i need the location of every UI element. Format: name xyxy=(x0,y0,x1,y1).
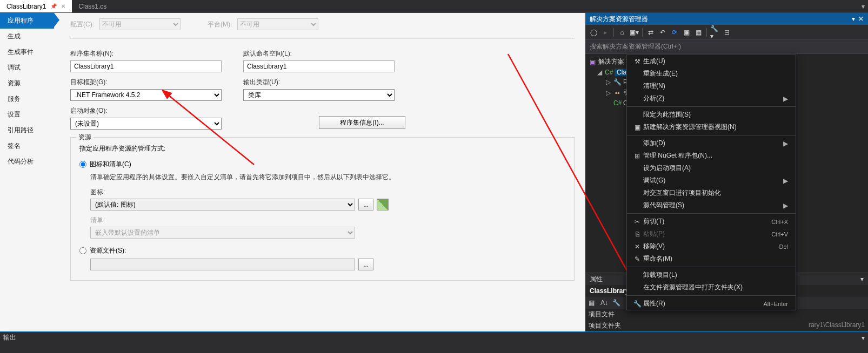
property-key: 项目文件夹 xyxy=(589,321,621,330)
resources-intro: 指定应用程序资源的管理方式: xyxy=(79,144,565,153)
solution-explorer-toolbar: ◯ ▸ ⌂ ▣▾ ⇄ ↶ ⟳ ▣ ▦ 🔧▾ ⊟ xyxy=(585,25,868,40)
assembly-name-input[interactable] xyxy=(70,60,222,72)
nav-resources[interactable]: 资源 xyxy=(0,76,54,91)
refresh-icon[interactable]: ⟳ xyxy=(670,28,679,37)
menu-item[interactable]: 重新生成(E) xyxy=(627,67,796,80)
menu-label: 分析(Z) xyxy=(643,94,783,103)
menu-label: 添加(D) xyxy=(643,139,783,148)
menu-item[interactable]: ⚒生成(U) xyxy=(627,55,796,67)
platform-label: 平台(M): xyxy=(208,20,232,29)
target-framework-label: 目标框架(G): xyxy=(70,78,232,87)
output-type-select[interactable]: 类库 xyxy=(243,89,395,101)
assembly-name-label: 程序集名称(N): xyxy=(70,49,232,58)
menu-item[interactable]: 添加(D)▶ xyxy=(627,137,796,150)
nav-application[interactable]: 应用程序 xyxy=(0,13,54,29)
nav-debug[interactable]: 调试 xyxy=(0,60,54,76)
icon-browse-button[interactable]: ... xyxy=(358,199,373,211)
output-panel-body xyxy=(0,343,868,353)
menu-item[interactable]: 清理(N) xyxy=(627,80,796,92)
menu-item[interactable]: 限定为此范围(S) xyxy=(627,108,796,121)
menu-item[interactable]: ▣新建解决方案资源管理器视图(N) xyxy=(627,121,796,133)
menu-item[interactable]: ✂剪切(T)Ctrl+X xyxy=(627,215,796,228)
output-title: 输出 xyxy=(3,333,16,342)
menu-item[interactable]: 🔧属性(R)Alt+Enter xyxy=(627,297,796,310)
dropdown-icon[interactable]: ▾ xyxy=(860,275,864,283)
menu-item[interactable]: ✕移除(V)Del xyxy=(627,240,796,253)
menu-item[interactable]: 在文件资源管理器中打开文件夹(X) xyxy=(627,281,796,294)
dropdown-icon[interactable]: ▾ xyxy=(852,15,855,23)
platform-select: 不可用 xyxy=(237,18,318,30)
wrench-icon[interactable]: 🔧▾ xyxy=(710,28,720,37)
sync-icon[interactable]: ▣▾ xyxy=(629,28,639,37)
project-properties-page: 应用程序 生成 生成事件 调试 资源 服务 设置 引用路径 签名 代码分析 配置… xyxy=(0,13,585,331)
property-row[interactable]: 项目文件夹 rary1\ClassLibrary1 xyxy=(585,320,868,331)
categorize-icon[interactable]: ▦ xyxy=(589,299,597,307)
menu-shortcut: Alt+Enter xyxy=(763,301,788,307)
properties-icon[interactable]: ▦ xyxy=(693,28,703,37)
close-icon[interactable]: ✕ xyxy=(858,15,864,23)
nav-code-analysis[interactable]: 代码分析 xyxy=(0,154,54,169)
resource-file-browse-button[interactable]: ... xyxy=(358,259,373,270)
menu-icon: ✕ xyxy=(631,243,643,250)
solution-explorer-title: 解决方案资源管理器 xyxy=(590,15,648,24)
expand-icon[interactable]: ▷ xyxy=(606,78,611,86)
sort-icon[interactable]: A↓ xyxy=(600,299,609,307)
nav-reference-paths[interactable]: 引用路径 xyxy=(0,123,54,138)
radio-resource-file-label: 资源文件(S): xyxy=(90,246,126,255)
radio-resource-file[interactable] xyxy=(79,247,86,254)
menu-item[interactable]: ✎重命名(M) xyxy=(627,253,796,265)
menu-item[interactable]: 对交互窗口进行项目初始化 xyxy=(627,187,796,199)
scope-icon[interactable]: ⊟ xyxy=(722,28,732,37)
output-type-label: 输出类型(U): xyxy=(243,78,405,87)
show-all-icon[interactable]: ▣ xyxy=(682,28,691,37)
menu-item[interactable]: ⊞管理 NuGet 程序包(N)... xyxy=(627,150,796,162)
property-row[interactable]: 项目文件 xyxy=(585,309,868,320)
nav-build-events[interactable]: 生成事件 xyxy=(0,44,54,60)
tab-class1-cs[interactable]: Class1.cs xyxy=(72,0,113,12)
dropdown-icon[interactable]: ▾ xyxy=(858,0,868,12)
nav-build[interactable]: 生成 xyxy=(0,29,54,44)
wrench-icon: 🔧 xyxy=(613,78,621,86)
nav-services[interactable]: 服务 xyxy=(0,91,54,107)
menu-label: 属性(R) xyxy=(643,299,763,308)
tab-label: Class1.cs xyxy=(78,3,106,10)
manifest-description: 清单确定应用程序的具体设置。要嵌入自定义清单，请首先将它添加到项目中，然后从以下… xyxy=(90,172,565,182)
dropdown-icon[interactable]: ▾ xyxy=(862,334,865,342)
menu-label: 卸载项目(L) xyxy=(643,270,788,280)
startup-object-select[interactable]: (未设置) xyxy=(70,118,222,130)
resources-legend: 资源 xyxy=(76,133,94,142)
tab-close-icon[interactable]: ✕ xyxy=(61,3,65,9)
output-panel-title-bar[interactable]: 输出 ▾ xyxy=(0,331,868,343)
menu-label: 对交互窗口进行项目初始化 xyxy=(643,188,788,198)
wrench-icon[interactable]: 🔧 xyxy=(612,299,621,307)
default-namespace-label: 默认命名空间(L): xyxy=(243,49,405,58)
forward-icon[interactable]: ▸ xyxy=(600,28,610,37)
radio-icon-manifest[interactable] xyxy=(79,161,86,168)
icon-select[interactable]: (默认值: 图标) xyxy=(90,199,355,211)
icon-preview xyxy=(377,199,389,211)
solution-explorer-search[interactable]: 搜索解决方案资源管理器(Ctrl+;) xyxy=(585,40,868,54)
tab-pin-icon[interactable]: 📌 xyxy=(50,3,57,9)
undo-icon[interactable]: ↶ xyxy=(658,28,667,37)
back-icon[interactable]: ◯ xyxy=(589,28,598,37)
expand-icon[interactable]: ▷ xyxy=(606,89,611,97)
menu-label: 剪切(T) xyxy=(643,217,771,226)
submenu-arrow-icon: ▶ xyxy=(783,95,788,103)
collapse-icon[interactable]: ⇄ xyxy=(646,28,656,37)
menu-label: 清理(N) xyxy=(643,82,788,91)
tab-classlibrary1[interactable]: ClassLibrary1 📌 ✕ xyxy=(0,0,72,12)
menu-item[interactable]: 卸载项目(L) xyxy=(627,269,796,281)
menu-label: 移除(V) xyxy=(643,242,779,251)
home-icon[interactable]: ⌂ xyxy=(617,28,627,37)
target-framework-select[interactable]: .NET Framework 4.5.2 xyxy=(70,89,222,101)
menu-shortcut: Del xyxy=(779,243,788,250)
menu-item[interactable]: 调试(G)▶ xyxy=(627,174,796,187)
nav-signing[interactable]: 签名 xyxy=(0,138,54,154)
expand-icon[interactable]: ◢ xyxy=(597,69,603,76)
nav-settings[interactable]: 设置 xyxy=(0,107,54,123)
default-namespace-input[interactable] xyxy=(243,60,395,72)
menu-item[interactable]: 分析(Z)▶ xyxy=(627,92,796,105)
assembly-info-button[interactable]: 程序集信息(I)... xyxy=(319,116,405,129)
menu-item[interactable]: 源代码管理(S)▶ xyxy=(627,199,796,212)
menu-item[interactable]: 设为启动项目(A) xyxy=(627,162,796,174)
